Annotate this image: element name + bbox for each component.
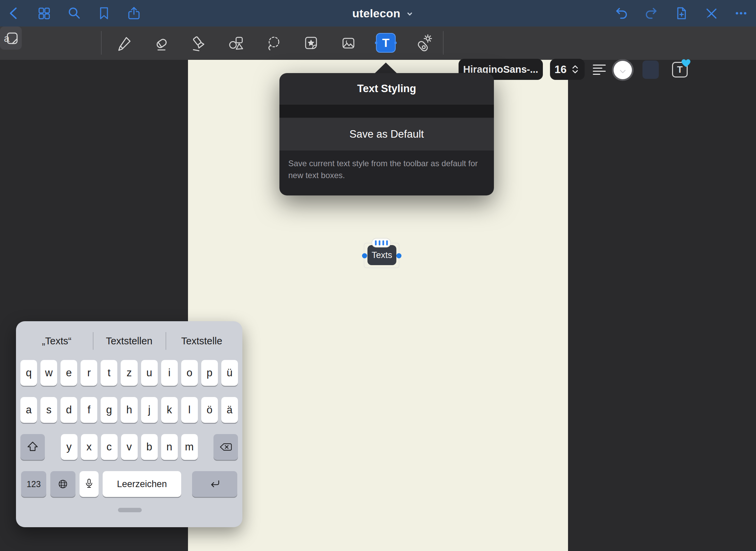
drag-handle-bar — [379, 240, 380, 245]
key-c[interactable]: c — [101, 434, 118, 460]
eraser-tool-button[interactable] — [152, 33, 171, 53]
textbox-drag-handle[interactable] — [372, 238, 391, 247]
text-color-swatch[interactable] — [612, 59, 634, 81]
back-button[interactable] — [7, 6, 22, 21]
heart-icon — [681, 59, 691, 68]
thumbnails-button[interactable] — [37, 6, 52, 21]
key-w[interactable]: w — [40, 360, 57, 386]
key-k[interactable]: k — [161, 397, 178, 423]
undo-icon — [614, 6, 629, 21]
shift-key[interactable] — [20, 434, 45, 460]
key-y[interactable]: y — [61, 434, 78, 460]
highlighter-icon — [190, 35, 207, 52]
dictation-key[interactable] — [80, 471, 99, 497]
undo-button[interactable] — [614, 6, 629, 21]
popover-description: Save current text style from the toolbar… — [279, 150, 494, 195]
return-key[interactable] — [192, 471, 237, 497]
font-size-stepper[interactable]: 16 — [550, 59, 585, 80]
align-line — [593, 68, 602, 69]
return-icon — [208, 477, 222, 491]
key-l[interactable]: l — [181, 397, 198, 423]
keyboard-grab-handle[interactable] — [118, 508, 142, 512]
bookmark-button[interactable] — [97, 6, 111, 21]
add-page-button[interactable] — [674, 6, 689, 21]
highlighter-tool-button[interactable] — [189, 33, 209, 53]
globe-key[interactable] — [50, 471, 75, 497]
key-ö[interactable]: ö — [201, 397, 218, 423]
zoom-window-tool-button[interactable]: a — [0, 27, 22, 50]
sticker-star-icon — [303, 35, 320, 52]
key-i[interactable]: i — [161, 360, 178, 386]
document-title[interactable]: utelecon — [352, 0, 414, 27]
key-g[interactable]: g — [101, 397, 117, 423]
text-box-content: Texts — [372, 250, 392, 260]
readonly-mode-button[interactable] — [704, 6, 719, 21]
key-s[interactable]: s — [40, 397, 57, 423]
popover-title: Text Styling — [279, 73, 494, 104]
key-ü[interactable]: ü — [221, 360, 238, 386]
microphone-icon — [82, 477, 96, 491]
key-p[interactable]: p — [201, 360, 218, 386]
keyboard-row-3: yxcvbnm — [20, 434, 238, 460]
key-u[interactable]: u — [141, 360, 158, 386]
key-j[interactable]: j — [141, 397, 158, 423]
pen-tool-button[interactable] — [115, 33, 134, 53]
key-a[interactable]: a — [20, 397, 37, 423]
suggestion-Textstellen[interactable]: Textstellen — [93, 335, 165, 347]
key-d[interactable]: d — [61, 397, 77, 423]
key-f[interactable]: f — [81, 397, 97, 423]
key-b[interactable]: b — [141, 434, 158, 460]
search-icon — [67, 6, 82, 21]
zoom-window-icon: a — [2, 30, 19, 47]
grid-icon — [37, 6, 52, 21]
key-o[interactable]: o — [181, 360, 198, 386]
keyboard-row-2: asdfghjklöä — [20, 397, 238, 423]
key-z[interactable]: z — [121, 360, 137, 386]
more-button[interactable] — [734, 6, 749, 21]
text-tool-button-selected[interactable]: T — [376, 33, 396, 53]
key-n[interactable]: n — [161, 434, 178, 460]
text-styling-popover: Text Styling Save as Default Save curren… — [279, 73, 494, 195]
textbox-resize-handle-left[interactable] — [362, 253, 367, 258]
textbox-resize-handle-right[interactable] — [396, 253, 401, 258]
suggestion-„Texts“[interactable]: „Texts“ — [20, 335, 93, 347]
lasso-tool-button[interactable] — [264, 33, 284, 53]
space-key[interactable]: Leerzeichen — [103, 471, 181, 497]
shift-icon — [25, 440, 40, 454]
key-e[interactable]: e — [61, 360, 77, 386]
share-button[interactable] — [126, 6, 141, 21]
backspace-key[interactable] — [213, 434, 238, 460]
numbers-key[interactable]: 123 — [21, 471, 46, 497]
globe-icon — [56, 477, 70, 491]
redo-button[interactable] — [644, 6, 659, 21]
key-t[interactable]: t — [101, 360, 117, 386]
redo-icon — [644, 6, 659, 21]
pen-crossed-icon — [704, 6, 719, 21]
key-q[interactable]: q — [20, 360, 37, 386]
text-box[interactable]: Texts — [367, 245, 396, 265]
drag-handle-bar — [386, 240, 388, 245]
key-h[interactable]: h — [121, 397, 137, 423]
backspace-icon — [218, 440, 233, 454]
saved-text-style-button[interactable]: T — [672, 62, 688, 78]
keyboard-row-4: 123 Leerzeichen — [20, 471, 238, 497]
key-r[interactable]: r — [81, 360, 97, 386]
keyboard-row-3-letters: yxcvbnm — [61, 434, 198, 460]
laser-pointer-tool-button[interactable] — [413, 33, 433, 53]
key-v[interactable]: v — [121, 434, 138, 460]
search-button[interactable] — [67, 6, 82, 21]
ellipsis-icon — [734, 6, 749, 21]
key-x[interactable]: x — [81, 434, 98, 460]
shapes-tool-button[interactable] — [226, 33, 246, 53]
image-tool-button[interactable] — [339, 33, 358, 53]
text-alignment-button[interactable] — [593, 65, 606, 75]
align-line — [593, 71, 606, 72]
drag-handle-bar — [382, 240, 384, 245]
shapes-icon — [228, 35, 245, 52]
key-m[interactable]: m — [181, 434, 198, 460]
drag-handle-bar — [375, 240, 377, 245]
save-as-default-button[interactable]: Save as Default — [279, 118, 494, 150]
key-ä[interactable]: ä — [221, 397, 238, 423]
elements-tool-button[interactable] — [301, 33, 321, 53]
suggestion-Textstelle[interactable]: Textstelle — [166, 335, 238, 347]
